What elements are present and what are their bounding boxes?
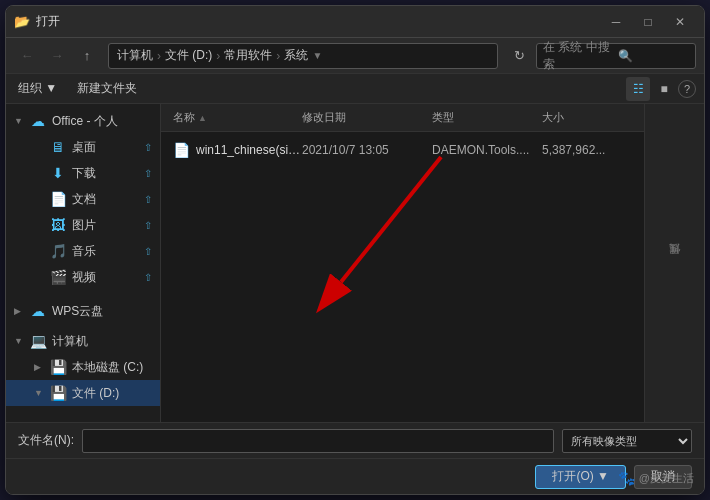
sidebar-item-music[interactable]: 🎵 音乐 ⇧ <box>6 238 160 264</box>
search-placeholder: 在 系统 中搜索 <box>543 39 614 73</box>
open-button[interactable]: 打开(O) ▼ <box>535 465 626 489</box>
organize-button[interactable]: 组织 ▼ <box>14 78 61 99</box>
search-icon: 🔍 <box>618 49 689 63</box>
sidebar-item-videos[interactable]: 🎬 视频 ⇧ <box>6 264 160 290</box>
sidebar-item-downloads[interactable]: ⬇ 下载 ⇧ <box>6 160 160 186</box>
expand-wps-icon: ▶ <box>14 306 24 316</box>
watermark-text: @麦麦生活 <box>639 471 694 486</box>
breadcrumb-bar: 计算机 › 文件 (D:) › 常用软件 › 系统 ▼ <box>108 43 498 69</box>
pin-icon-5: ⇧ <box>144 246 152 257</box>
close-button[interactable]: ✕ <box>664 6 696 38</box>
sidebar-item-wps[interactable]: ▶ ☁ WPS云盘 <box>6 298 160 324</box>
filename-bar: 文件名(N): 所有映像类型ISO文件所有文件 <box>6 422 704 458</box>
pin-icon-3: ⇧ <box>144 194 152 205</box>
search-bar[interactable]: 在 系统 中搜索 🔍 <box>536 43 696 69</box>
column-name[interactable]: 名称 ▲ <box>173 110 302 125</box>
videos-icon: 🎬 <box>50 269 66 285</box>
help-button[interactable]: ? <box>678 80 696 98</box>
column-size[interactable]: 大小 <box>542 110 632 125</box>
file-area: 名称 ▲ 修改日期 类型 大小 📄 win11_chinese(simplifi… <box>161 104 644 422</box>
breadcrumb-computer[interactable]: 计算机 <box>117 47 153 64</box>
sidebar-item-computer[interactable]: ▼ 💻 计算机 <box>6 328 160 354</box>
file-open-dialog: 📂 打开 ─ □ ✕ ← → ↑ 计算机 › 文件 (D:) › 常用软件 › … <box>5 5 705 495</box>
sidebar-computer-label: 计算机 <box>52 333 152 350</box>
breadcrumb-drive[interactable]: 文件 (D:) <box>165 47 212 64</box>
pin-icon-4: ⇧ <box>144 220 152 231</box>
file-size: 5,387,962... <box>542 143 632 157</box>
main-area: ▼ ☁ Office - 个人 🖥 桌面 ⇧ ⬇ 下载 ⇧ <box>6 104 704 422</box>
ddrive-icon: 💾 <box>50 385 66 401</box>
cdrive-icon: 💾 <box>50 359 66 375</box>
sidebar-item-documents[interactable]: 📄 文档 ⇧ <box>6 186 160 212</box>
sidebar-item-pictures[interactable]: 🖼 图片 ⇧ <box>6 212 160 238</box>
sidebar-wps-label: WPS云盘 <box>52 303 152 320</box>
sidebar-office-label: Office - 个人 <box>52 113 152 130</box>
expand-computer-icon: ▼ <box>14 336 24 346</box>
sidebar-pictures-label: 图片 <box>72 217 138 234</box>
file-date: 2021/10/7 13:05 <box>302 143 432 157</box>
sidebar-ddrive-label: 文件 (D:) <box>72 385 152 402</box>
wps-icon: ☁ <box>30 303 46 319</box>
sidebar-downloads-label: 下载 <box>72 165 138 182</box>
sidebar-cdrive-label: 本地磁盘 (C:) <box>72 359 152 376</box>
downloads-icon: ⬇ <box>50 165 66 181</box>
filetype-select[interactable]: 所有映像类型ISO文件所有文件 <box>562 429 692 453</box>
back-button[interactable]: ← <box>14 43 40 69</box>
maximize-button[interactable]: □ <box>632 6 664 38</box>
music-icon: 🎵 <box>50 243 66 259</box>
right-panel: 属性 <box>644 104 704 422</box>
column-date[interactable]: 修改日期 <box>302 110 432 125</box>
svg-line-1 <box>341 157 441 282</box>
sidebar-item-ddrive[interactable]: ▼ 💾 文件 (D:) <box>6 380 160 406</box>
filename-label: 文件名(N): <box>18 432 74 449</box>
file-type-icon: 📄 <box>173 142 190 158</box>
view-large-button[interactable]: ■ <box>652 77 676 101</box>
file-type-text: DAEMON.Tools.... <box>432 143 542 157</box>
up-button[interactable]: ↑ <box>74 43 100 69</box>
breadcrumb-folder2[interactable]: 系统 <box>284 47 308 64</box>
filename-input[interactable] <box>82 429 554 453</box>
breadcrumb-expand-icon[interactable]: ▼ <box>310 49 324 63</box>
arrow-overlay <box>281 142 461 345</box>
forward-button[interactable]: → <box>44 43 70 69</box>
sidebar-documents-label: 文档 <box>72 191 138 208</box>
office-cloud-icon: ☁ <box>30 113 46 129</box>
expand-cdrive-icon: ▶ <box>34 362 44 372</box>
sidebar-group-cloud: ▼ ☁ Office - 个人 🖥 桌面 ⇧ ⬇ 下载 ⇧ <box>6 108 160 290</box>
file-list: 📄 win11_chinese(simplified)_x64.iso 2021… <box>161 132 644 422</box>
minimize-button[interactable]: ─ <box>600 6 632 38</box>
sidebar-item-cdrive[interactable]: ▶ 💾 本地磁盘 (C:) <box>6 354 160 380</box>
watermark: 🐾 @麦麦生活 <box>618 470 694 486</box>
sidebar-item-office[interactable]: ▼ ☁ Office - 个人 <box>6 108 160 134</box>
sidebar: ▼ ☁ Office - 个人 🖥 桌面 ⇧ ⬇ 下载 ⇧ <box>6 104 161 422</box>
view-buttons: ☷ ■ ? <box>626 77 696 101</box>
sidebar-group-wps: ▶ ☁ WPS云盘 <box>6 298 160 324</box>
table-row[interactable]: 📄 win11_chinese(simplified)_x64.iso 2021… <box>161 136 644 164</box>
titlebar-title: 打开 <box>36 13 600 30</box>
sidebar-videos-label: 视频 <box>72 269 138 286</box>
sort-icon: ▲ <box>198 113 207 123</box>
titlebar: 📂 打开 ─ □ ✕ <box>6 6 704 38</box>
action-bar: 打开(O) ▼ 取消 <box>6 458 704 494</box>
new-folder-button[interactable]: 新建文件夹 <box>73 78 141 99</box>
expand-arrow-icon: ▼ <box>14 116 24 126</box>
pictures-icon: 🖼 <box>50 217 66 233</box>
navigation-toolbar: ← → ↑ 计算机 › 文件 (D:) › 常用软件 › 系统 ▼ ↻ 在 系统… <box>6 38 704 74</box>
sidebar-music-label: 音乐 <box>72 243 138 260</box>
column-type[interactable]: 类型 <box>432 110 542 125</box>
sidebar-item-desktop[interactable]: 🖥 桌面 ⇧ <box>6 134 160 160</box>
watermark-icon: 🐾 <box>618 470 635 486</box>
pin-icon-6: ⇧ <box>144 272 152 283</box>
titlebar-icon: 📂 <box>14 14 30 30</box>
documents-icon: 📄 <box>50 191 66 207</box>
sidebar-desktop-label: 桌面 <box>72 139 138 156</box>
organize-bar: 组织 ▼ 新建文件夹 ☷ ■ ? <box>6 74 704 104</box>
file-name: win11_chinese(simplified)_x64.iso <box>196 143 302 157</box>
pin-icon-2: ⇧ <box>144 168 152 179</box>
titlebar-controls: ─ □ ✕ <box>600 6 696 38</box>
file-list-header: 名称 ▲ 修改日期 类型 大小 <box>161 104 644 132</box>
breadcrumb-folder1[interactable]: 常用软件 <box>224 47 272 64</box>
refresh-button[interactable]: ↻ <box>506 43 532 69</box>
desktop-icon: 🖥 <box>50 139 66 155</box>
view-details-button[interactable]: ☷ <box>626 77 650 101</box>
